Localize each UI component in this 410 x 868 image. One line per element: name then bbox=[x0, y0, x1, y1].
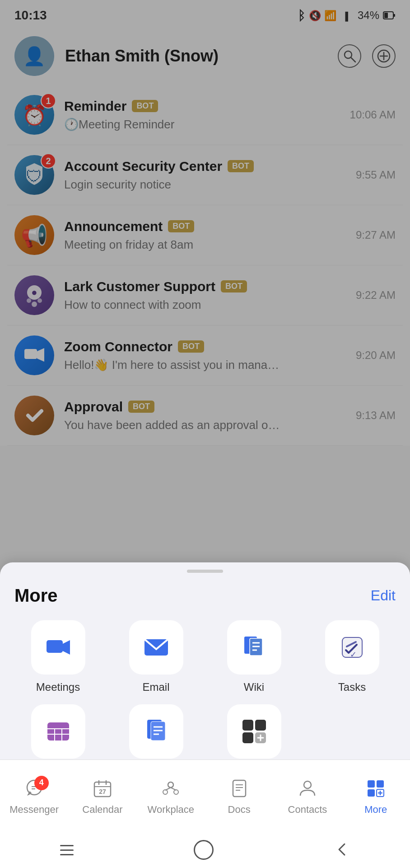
nav-icon-wrap bbox=[298, 778, 317, 800]
svg-point-66 bbox=[163, 790, 168, 794]
nav-item-messenger[interactable]: 4 Messenger bbox=[7, 778, 61, 816]
more-icon bbox=[366, 792, 386, 800]
app-item-meetings[interactable]: Meetings bbox=[14, 620, 102, 693]
svg-rect-41 bbox=[47, 722, 69, 741]
app-icon bbox=[227, 704, 281, 759]
calendar-icon: 27 bbox=[93, 792, 112, 800]
svg-point-65 bbox=[168, 782, 173, 788]
svg-rect-51 bbox=[242, 720, 253, 731]
nav-icon-wrap: 27 bbox=[93, 778, 112, 800]
svg-marker-30 bbox=[63, 640, 70, 655]
app-item-wiki[interactable]: Wiki bbox=[210, 620, 298, 693]
nav-item-docs[interactable]: Docs bbox=[212, 778, 266, 816]
svg-text:27: 27 bbox=[99, 788, 106, 795]
app-icon bbox=[31, 620, 85, 675]
svg-line-69 bbox=[171, 788, 176, 790]
android-home-button[interactable] bbox=[194, 840, 214, 860]
docs-icon bbox=[229, 792, 249, 800]
app-label: Email bbox=[142, 681, 169, 693]
nav-icon-wrap bbox=[161, 778, 181, 800]
contacts-icon bbox=[298, 792, 317, 800]
android-menu-icon bbox=[60, 845, 74, 846]
nav-label: Docs bbox=[228, 804, 251, 816]
app-item-tasks[interactable]: ✓ Tasks bbox=[308, 620, 396, 693]
nav-item-more[interactable]: More bbox=[349, 778, 403, 816]
app-icon bbox=[227, 620, 281, 675]
more-header: More Edit bbox=[14, 585, 396, 606]
svg-rect-29 bbox=[47, 640, 63, 653]
app-icon bbox=[31, 704, 85, 759]
drag-handle[interactable] bbox=[187, 570, 223, 573]
svg-rect-70 bbox=[233, 780, 246, 797]
nav-icon-wrap: 4 bbox=[24, 778, 44, 800]
nav-item-contacts[interactable]: Contacts bbox=[280, 778, 335, 816]
app-label: Meetings bbox=[36, 681, 80, 693]
android-back-button[interactable] bbox=[334, 841, 350, 859]
app-icon bbox=[129, 704, 183, 759]
android-menu-icon bbox=[60, 849, 74, 851]
svg-rect-53 bbox=[242, 732, 253, 743]
messenger-icon bbox=[24, 792, 44, 800]
nav-badge: 4 bbox=[34, 776, 49, 790]
nav-icon-wrap bbox=[366, 778, 386, 800]
edit-button[interactable]: Edit bbox=[371, 587, 396, 604]
android-nav bbox=[0, 832, 410, 868]
apps-grid: Meetings Email Wiki ✓ Tasks Base Web Red… bbox=[14, 620, 396, 778]
svg-text:✓: ✓ bbox=[349, 650, 356, 659]
workplace-icon bbox=[161, 792, 181, 800]
svg-point-67 bbox=[174, 790, 178, 794]
nav-item-workplace[interactable]: Workplace bbox=[144, 778, 198, 816]
bottom-nav: 4 Messenger 27 Calendar Workplace Docs C… bbox=[0, 760, 410, 832]
app-label: Tasks bbox=[338, 681, 366, 693]
nav-label: More bbox=[364, 804, 387, 816]
nav-label: Messenger bbox=[9, 804, 59, 816]
nav-label: Contacts bbox=[288, 804, 327, 816]
svg-rect-76 bbox=[377, 780, 384, 788]
more-title: More bbox=[14, 585, 58, 606]
nav-item-calendar[interactable]: 27 Calendar bbox=[75, 778, 130, 816]
svg-rect-75 bbox=[368, 780, 375, 788]
svg-line-68 bbox=[165, 788, 171, 790]
android-menu-icon bbox=[60, 854, 74, 855]
android-menu-button[interactable] bbox=[60, 845, 74, 855]
app-label: Wiki bbox=[244, 681, 264, 693]
nav-icon-wrap bbox=[229, 778, 249, 800]
nav-label: Calendar bbox=[82, 804, 122, 816]
android-home-icon bbox=[194, 840, 214, 860]
svg-rect-52 bbox=[255, 720, 266, 731]
nav-label: Workplace bbox=[148, 804, 195, 816]
app-icon: ✓ bbox=[325, 620, 379, 675]
app-icon bbox=[129, 620, 183, 675]
app-item-email[interactable]: Email bbox=[112, 620, 200, 693]
svg-point-74 bbox=[304, 781, 311, 788]
android-back-icon bbox=[334, 841, 350, 858]
svg-rect-77 bbox=[368, 789, 375, 797]
